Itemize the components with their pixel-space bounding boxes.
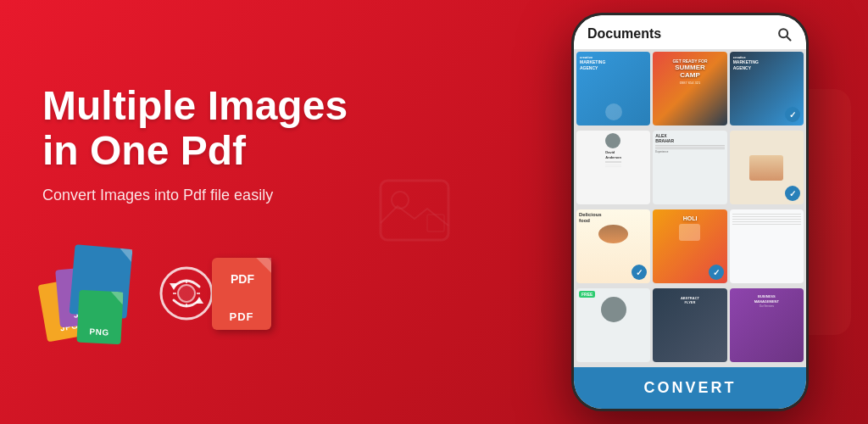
grid-item[interactable]: creativeMARKETINGAGENCY (576, 52, 650, 126)
convert-button[interactable]: CONVERT (574, 367, 806, 409)
svg-point-3 (178, 285, 195, 302)
grid-item[interactable]: ALEXBRAHAR Experience (653, 131, 726, 204)
grid-item[interactable]: creativeMARKETINGAGENCY (730, 52, 804, 126)
svg-marker-1 (170, 283, 178, 290)
image-grid: creativeMARKETINGAGENCY GET READY FORSUM… (574, 49, 806, 367)
svg-point-12 (779, 29, 787, 37)
phone-top-bar: Documents (574, 15, 806, 49)
file-icon-png-green: PNG (76, 290, 123, 345)
pdf-label: PDF (230, 310, 254, 323)
grid-item[interactable] (730, 131, 804, 204)
phone-mockup: Documents creativeMARKETINGAGENCY (571, 13, 809, 411)
grid-item[interactable]: FREE (576, 288, 650, 362)
file-icons-area: JPG JPG JPG PNG (42, 247, 470, 340)
search-icon[interactable] (776, 25, 793, 42)
grid-item[interactable]: GET READY FORSUMMERCAMP 0987 654 321 (653, 52, 726, 126)
file-stack: JPG JPG JPG PNG (42, 247, 161, 340)
right-section: Documents creativeMARKETINGAGENCY (512, 0, 868, 424)
svg-marker-2 (195, 297, 203, 304)
phone-screen: Documents creativeMARKETINGAGENCY (574, 15, 806, 409)
grid-item[interactable]: DavidAnderson (576, 131, 650, 204)
free-badge: FREE (579, 291, 595, 298)
grid-item[interactable]: HOLI (653, 209, 726, 283)
grid-item[interactable]: ABSTRACTFLYER (653, 288, 726, 362)
pdf-symbol-icon: PDF (229, 266, 254, 292)
svg-text:PDF: PDF (231, 272, 254, 286)
phone-screen-title: Documents (587, 26, 661, 42)
grid-item[interactable]: Deliciousfood (576, 209, 650, 283)
left-section: Multiple Images in One Pdf Convert Image… (0, 50, 512, 375)
subtitle: Convert Images into Pdf file easily (42, 187, 470, 204)
svg-line-13 (787, 37, 791, 41)
check-overlay (709, 265, 724, 280)
main-title: Multiple Images in One Pdf (42, 84, 470, 174)
check-overlay (632, 265, 647, 280)
convert-arrows-icon (153, 259, 220, 327)
pdf-file-icon: PDF PDF (212, 258, 271, 330)
grid-item[interactable] (730, 209, 804, 283)
grid-item[interactable]: BUSINESSMANAGEMENT Our Services (730, 288, 804, 362)
